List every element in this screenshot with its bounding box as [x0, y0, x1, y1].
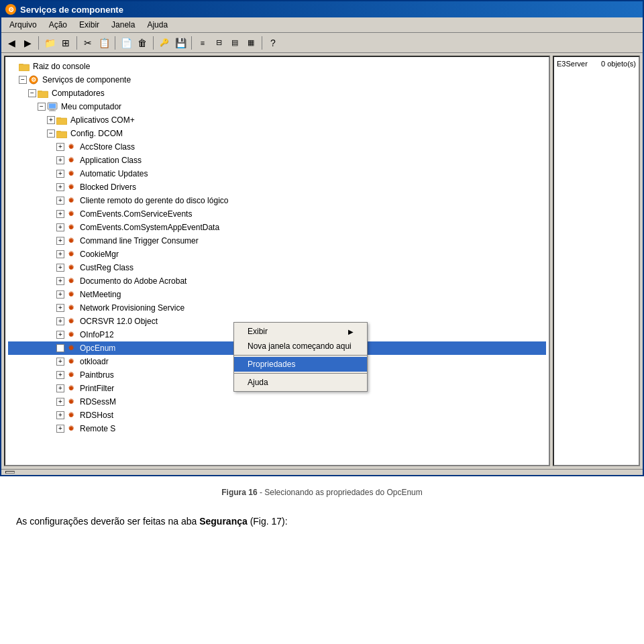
- help-button[interactable]: ?: [266, 36, 280, 50]
- svg-rect-6: [38, 91, 42, 93]
- tree-item-computadores[interactable]: − Computadores: [8, 87, 546, 100]
- tree-item-autoupd[interactable]: + Automatic Updates: [8, 167, 546, 180]
- menu-ajuda[interactable]: Ajuda: [142, 19, 173, 31]
- tree-label-otkloadr: otkloadr: [80, 356, 109, 368]
- cut-button[interactable]: ✂: [80, 36, 95, 50]
- tree-panel[interactable]: Raiz do console− ⚙ Serviços de component…: [4, 56, 550, 466]
- status-bar: [1, 469, 643, 475]
- expand-btn-meucomp[interactable]: −: [38, 103, 46, 111]
- expand-placeholder-raiz: [9, 62, 17, 70]
- expand-btn-aplicativos[interactable]: +: [47, 116, 55, 124]
- expand-btn-paintbrus[interactable]: +: [56, 371, 64, 379]
- expand-btn-oinfop12[interactable]: +: [56, 331, 64, 339]
- tree-item-cmdtrigger[interactable]: + Command line Trigger Consumer: [8, 234, 546, 248]
- tree-item-clienterm[interactable]: + Cliente remoto do gerente do disco lóg…: [8, 194, 546, 207]
- tree-item-blockdrv[interactable]: + Blocked Drivers: [8, 180, 546, 194]
- right-panel: E3Server 0 objeto(s): [553, 56, 640, 466]
- grid-button[interactable]: ⊞: [58, 36, 73, 50]
- expand-btn-clienterm[interactable]: +: [56, 197, 64, 205]
- expand-btn-cookiemgr[interactable]: +: [56, 250, 64, 258]
- tree-label-blockdrv: Blocked Drivers: [80, 181, 136, 193]
- ctx-propriedades[interactable]: Propriedades: [234, 357, 367, 372]
- expand-btn-opcenum[interactable]: +: [56, 344, 64, 352]
- menu-arquivo[interactable]: Arquivo: [4, 19, 42, 31]
- caption-figure-bold: Figura 16: [221, 488, 257, 497]
- expand-btn-rdsessm[interactable]: +: [56, 398, 64, 406]
- tree-label-rdshost: RDSHost: [80, 409, 113, 421]
- expand-btn-computadores[interactable]: −: [28, 89, 36, 97]
- tree-icon-oinfop12: [66, 329, 76, 340]
- expand-btn-accstore[interactable]: +: [56, 143, 64, 151]
- tree-item-remotes[interactable]: + Remote S: [8, 422, 546, 435]
- tree-item-meucomp[interactable]: − Meu computador: [8, 100, 546, 113]
- expand-btn-configdcom[interactable]: −: [47, 129, 55, 138]
- menu-exibir[interactable]: Exibir: [74, 19, 105, 31]
- expand-btn-docadobe[interactable]: +: [56, 277, 64, 285]
- expand-btn-printfilt[interactable]: +: [56, 384, 64, 392]
- tree-icon-paintbrus: [66, 370, 76, 380]
- tree-icon-opcenum: [66, 343, 76, 354]
- tree-item-comevents2[interactable]: + ComEvents.ComSystemAppEventData: [8, 221, 546, 234]
- tree-item-accstore[interactable]: + AccStore Class: [8, 140, 546, 154]
- tree-item-servicos[interactable]: − ⚙ Serviços de componente: [8, 73, 546, 87]
- expand-btn-netprov[interactable]: +: [56, 304, 64, 312]
- tree-label-paintbrus: Paintbrus: [80, 369, 114, 381]
- tree-item-docadobe[interactable]: + Documento do Adobe Acrobat: [8, 274, 546, 288]
- expand-btn-comevents2[interactable]: +: [56, 223, 64, 231]
- expand-btn-autoupd[interactable]: +: [56, 170, 64, 178]
- svg-rect-11: [49, 111, 56, 111]
- tree-item-raiz[interactable]: Raiz do console: [8, 60, 546, 73]
- view1-button[interactable]: ≡: [195, 36, 210, 50]
- menu-janela[interactable]: Janela: [106, 19, 140, 31]
- expand-btn-blockdrv[interactable]: +: [56, 183, 64, 191]
- properties-button[interactable]: 🔑: [157, 36, 172, 50]
- ctx-exibir[interactable]: Exibir ▶: [234, 324, 367, 339]
- expand-btn-servicos[interactable]: −: [19, 76, 27, 84]
- paste-button[interactable]: 📄: [119, 36, 133, 50]
- menu-acao[interactable]: Ação: [44, 19, 72, 31]
- tree-item-configdcom[interactable]: − Config. DCOM: [8, 127, 546, 140]
- expand-btn-netmeeting[interactable]: +: [56, 290, 64, 299]
- tree-item-netprov[interactable]: + Network Provisioning Service: [8, 301, 546, 315]
- tree-item-cookiemgr[interactable]: + CookieMgr: [8, 248, 546, 261]
- view4-button[interactable]: ▦: [244, 36, 258, 50]
- view3-button[interactable]: ▤: [227, 36, 242, 50]
- tree-item-comevents1[interactable]: + ComEvents.ComServiceEvents: [8, 207, 546, 221]
- expand-btn-custreg[interactable]: +: [56, 264, 64, 272]
- ctx-ajuda[interactable]: Ajuda: [234, 375, 367, 390]
- tree-item-aplicativos[interactable]: + Aplicativos COM+: [8, 113, 546, 127]
- expand-btn-comevents1[interactable]: +: [56, 210, 64, 218]
- tree-label-cookiemgr: CookieMgr: [80, 248, 119, 260]
- expand-btn-appclass[interactable]: +: [56, 156, 64, 164]
- tree-label-netmeeting: NetMeeting: [80, 288, 121, 301]
- tree-item-appclass[interactable]: + Application Class: [8, 154, 546, 167]
- ctx-nova-janela[interactable]: Nova janela começando aqui: [234, 339, 367, 354]
- tree-icon-cmdtrigger: [66, 235, 76, 246]
- tree-label-servicos: Serviços de componente: [42, 74, 131, 86]
- expand-btn-remotes[interactable]: +: [56, 425, 64, 433]
- expand-btn-cmdtrigger[interactable]: +: [56, 237, 64, 245]
- menu-bar: Arquivo Ação Exibir Janela Ajuda: [1, 17, 643, 33]
- forward-button[interactable]: ▶: [20, 36, 35, 50]
- expand-btn-ocrsvr[interactable]: +: [56, 317, 64, 325]
- toolbar-sep-1: [38, 36, 39, 50]
- view2-button[interactable]: ⊟: [211, 36, 226, 50]
- tree-item-rdsessm[interactable]: + RDSessM: [8, 395, 546, 409]
- svg-rect-9: [49, 104, 56, 109]
- expand-btn-rdshost[interactable]: +: [56, 411, 64, 419]
- tree-item-custreg[interactable]: + CustReg Class: [8, 261, 546, 274]
- toolbar: ◀ ▶ 📁 ⊞ ✂ 📋 📄 🗑 🔑 💾 ≡ ⊟ ▤ ▦ ?: [1, 33, 643, 53]
- toolbar-sep-4: [153, 36, 154, 50]
- delete-button[interactable]: 🗑: [135, 36, 150, 50]
- tree-label-comevents1: ComEvents.ComServiceEvents: [80, 208, 192, 220]
- main-window: ⚙ Serviços de componente Arquivo Ação Ex…: [0, 0, 644, 476]
- back-button[interactable]: ◀: [4, 36, 19, 50]
- main-content: Raiz do console− ⚙ Serviços de component…: [1, 53, 643, 469]
- expand-btn-otkloadr[interactable]: +: [56, 358, 64, 366]
- up-button[interactable]: 📁: [42, 36, 57, 50]
- status-segment: [5, 471, 15, 474]
- export-button[interactable]: 💾: [173, 36, 188, 50]
- copy-button[interactable]: 📋: [97, 36, 111, 50]
- tree-item-netmeeting[interactable]: + NetMeeting: [8, 288, 546, 301]
- tree-item-rdshost[interactable]: + RDSHost: [8, 409, 546, 422]
